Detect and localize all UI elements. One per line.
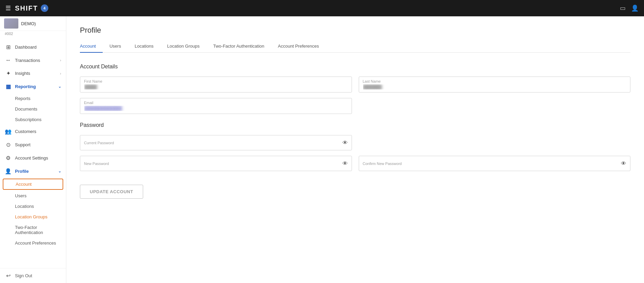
current-password-row: Current Password 👁 bbox=[80, 135, 630, 150]
sidebar-item-transactions[interactable]: ↔ Transactions › bbox=[0, 54, 66, 67]
sidebar: DEMO) #002 ⊞ Dashboard ↔ Transactions › … bbox=[0, 16, 66, 283]
sidebar-sub-account[interactable]: Account bbox=[3, 179, 63, 190]
reporting-chevron-icon: ⌄ bbox=[58, 84, 61, 89]
name-row: First Name Last Name bbox=[80, 77, 630, 93]
new-password-row: New Password 👁 Confirm New Password 👁 bbox=[80, 156, 630, 171]
sidebar-item-support[interactable]: ⊙ Support bbox=[0, 138, 66, 151]
topbar-logo: SHIFT 4 bbox=[15, 4, 48, 12]
sidebar-sub-documents[interactable]: Documents bbox=[0, 104, 66, 114]
avatar bbox=[4, 18, 18, 29]
insights-icon: ✦ bbox=[5, 70, 12, 77]
sidebar-sub-location-groups[interactable]: Location Groups bbox=[0, 212, 66, 222]
sidebar-sub-account-preferences[interactable]: Account Preferences bbox=[0, 238, 66, 248]
new-password-eye-icon[interactable]: 👁 bbox=[342, 161, 348, 167]
account-num: #002 bbox=[0, 31, 66, 38]
current-password-eye-icon[interactable]: 👁 bbox=[342, 140, 348, 146]
sidebar-item-profile[interactable]: 👤 Profile ⌄ bbox=[0, 165, 66, 178]
account-details-title: Account Details bbox=[80, 64, 630, 70]
confirm-password-eye-icon[interactable]: 👁 bbox=[621, 161, 626, 167]
sidebar-label-support: Support bbox=[15, 142, 61, 147]
chat-icon[interactable]: ▭ bbox=[620, 4, 626, 12]
user-icon[interactable]: 👤 bbox=[631, 4, 639, 12]
main-layout: DEMO) #002 ⊞ Dashboard ↔ Transactions › … bbox=[0, 16, 644, 283]
update-account-button[interactable]: UPDATE ACCOUNT bbox=[80, 185, 143, 199]
topbar-right: ▭ 👤 bbox=[620, 4, 639, 12]
logo-text: SHIFT bbox=[15, 4, 38, 12]
first-name-input[interactable] bbox=[80, 77, 352, 93]
transactions-chevron-icon: › bbox=[60, 58, 61, 62]
content-inner: Profile Account Users Locations Location… bbox=[66, 16, 644, 208]
sidebar-item-dashboard[interactable]: ⊞ Dashboard bbox=[0, 40, 66, 54]
tab-locations[interactable]: Locations bbox=[128, 40, 160, 53]
sign-out-button[interactable]: ↩ Sign Out bbox=[0, 268, 66, 283]
topbar: ☰ SHIFT 4 ▭ 👤 bbox=[0, 0, 644, 16]
sidebar-label-dashboard: Dashboard bbox=[15, 45, 61, 50]
sidebar-label-profile: Profile bbox=[15, 169, 55, 174]
sidebar-item-insights[interactable]: ✦ Insights › bbox=[0, 67, 66, 80]
confirm-password-field: Confirm New Password 👁 bbox=[359, 156, 631, 171]
email-row: Email bbox=[80, 98, 630, 114]
profile-chevron-icon: ⌄ bbox=[58, 169, 61, 173]
tab-account-preferences[interactable]: Account Preferences bbox=[271, 40, 326, 53]
tab-location-groups[interactable]: Location Groups bbox=[160, 40, 206, 53]
account-name: DEMO) bbox=[21, 21, 36, 26]
sidebar-label-reporting: Reporting bbox=[15, 84, 55, 89]
sidebar-sub-users[interactable]: Users bbox=[0, 190, 66, 201]
last-name-input[interactable] bbox=[359, 77, 631, 93]
sidebar-item-account-settings[interactable]: ⚙ Account Settings bbox=[0, 151, 66, 165]
sidebar-label-insights: Insights bbox=[15, 71, 56, 76]
confirm-password-input[interactable] bbox=[359, 156, 631, 171]
support-icon: ⊙ bbox=[5, 142, 12, 148]
email-field: Email bbox=[80, 98, 352, 114]
email-input[interactable] bbox=[80, 98, 352, 114]
password-section: Password Current Password 👁 New Password… bbox=[80, 122, 630, 199]
tab-account[interactable]: Account bbox=[80, 40, 103, 53]
first-name-field: First Name bbox=[80, 77, 352, 93]
sidebar-item-reporting[interactable]: ▦ Reporting ⌄ bbox=[0, 80, 66, 93]
profile-icon: 👤 bbox=[5, 168, 12, 174]
tab-users[interactable]: Users bbox=[103, 40, 128, 53]
content-area: Profile Account Users Locations Location… bbox=[66, 16, 644, 283]
new-password-field: New Password 👁 bbox=[80, 156, 352, 171]
logo-badge: 4 bbox=[41, 4, 48, 12]
hamburger-icon[interactable]: ☰ bbox=[5, 4, 11, 12]
sidebar-sub-subscriptions[interactable]: Subscriptions bbox=[0, 114, 66, 125]
topbar-left: ☰ SHIFT 4 bbox=[5, 4, 48, 12]
sidebar-label-transactions: Transactions bbox=[15, 58, 56, 63]
transactions-icon: ↔ bbox=[5, 57, 12, 63]
account-info: DEMO) bbox=[21, 21, 36, 26]
tab-two-factor[interactable]: Two-Factor Authentication bbox=[206, 40, 271, 53]
sidebar-label-customers: Customers bbox=[15, 129, 61, 134]
password-section-title: Password bbox=[80, 122, 630, 128]
new-password-input[interactable] bbox=[80, 156, 352, 171]
customers-icon: 👥 bbox=[5, 128, 12, 135]
tabs: Account Users Locations Location Groups … bbox=[80, 40, 630, 53]
settings-icon: ⚙ bbox=[5, 155, 12, 161]
sidebar-sub-reports[interactable]: Reports bbox=[0, 93, 66, 104]
page-title: Profile bbox=[80, 26, 630, 35]
account-header: DEMO) bbox=[0, 16, 66, 31]
sidebar-item-customers[interactable]: 👥 Customers bbox=[0, 125, 66, 138]
last-name-field: Last Name bbox=[359, 77, 631, 93]
insights-chevron-icon: › bbox=[60, 71, 61, 76]
signout-icon: ↩ bbox=[5, 272, 12, 279]
dashboard-icon: ⊞ bbox=[5, 44, 12, 50]
sidebar-label-account-settings: Account Settings bbox=[15, 155, 61, 161]
reporting-icon: ▦ bbox=[5, 83, 12, 90]
current-password-input[interactable] bbox=[80, 135, 352, 150]
current-password-field: Current Password 👁 bbox=[80, 135, 352, 150]
sidebar-nav: ⊞ Dashboard ↔ Transactions › ✦ Insights … bbox=[0, 38, 66, 268]
sidebar-sub-two-factor[interactable]: Two-Factor Authentication bbox=[0, 222, 66, 238]
sign-out-label: Sign Out bbox=[15, 273, 32, 278]
sidebar-sub-locations[interactable]: Locations bbox=[0, 201, 66, 212]
